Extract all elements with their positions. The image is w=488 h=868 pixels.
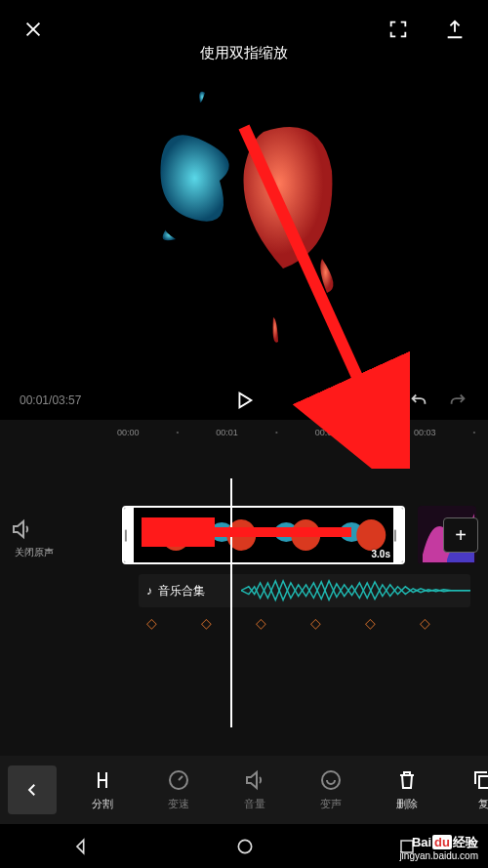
play-button[interactable] [233,390,255,411]
svg-point-3 [161,519,190,551]
playhead[interactable] [230,478,232,727]
video-clip[interactable]: ▎ ▎ 3.0s [122,506,405,564]
svg-point-17 [238,840,251,852]
close-icon[interactable] [20,16,47,43]
pinch-hint: 使用双指缩放 [0,44,488,62]
clip-handle-right[interactable]: ▎ [393,508,403,562]
clip-handle-left[interactable]: ▎ [124,508,134,562]
video-preview[interactable] [146,63,342,371]
fullscreen-icon[interactable] [385,16,412,43]
svg-point-9 [291,519,320,551]
tool-copy[interactable]: 复 [445,768,488,811]
time-display: 00:01/03:57 [20,393,81,407]
tool-volume[interactable]: 音量 [217,768,293,811]
add-clip-button[interactable]: + [443,517,478,553]
timeline-panel: 00:00• 00:01• 00:02• 00:03• 关闭原声 ▎ ▎ 3.0… [0,420,488,756]
tool-voice-change[interactable]: 变声 [293,768,369,811]
clip-duration: 3.0s [372,549,390,559]
music-note-icon: ♪ [146,584,152,598]
track-markers: ◇◇◇◇◇◇ [146,615,430,631]
svg-rect-16 [479,776,488,788]
tool-speed[interactable]: 变速 [141,768,217,811]
tool-delete[interactable]: 删除 [369,768,445,811]
export-icon[interactable] [441,16,468,43]
music-track[interactable]: ♪ 音乐合集 [139,574,470,607]
svg-point-12 [356,519,386,551]
audio-waveform [241,577,470,603]
toolbar-back-button[interactable] [8,765,57,814]
tool-split[interactable]: 分割 [64,768,141,811]
mute-original-button[interactable]: 关闭原声 [10,517,59,559]
timeline-ruler: 00:00• 00:01• 00:02• 00:03• [0,420,488,444]
svg-point-15 [322,771,340,789]
music-label: 音乐合集 [158,583,205,599]
undo-icon[interactable] [408,390,429,411]
nav-back-icon[interactable] [72,837,92,856]
bottom-toolbar: 分割 变速 音量 变声 删除 复 [0,756,488,824]
nav-home-icon[interactable] [235,837,255,856]
watermark: Baidu经验 jingyan.baidu.com [399,835,478,862]
redo-icon[interactable] [447,390,468,411]
